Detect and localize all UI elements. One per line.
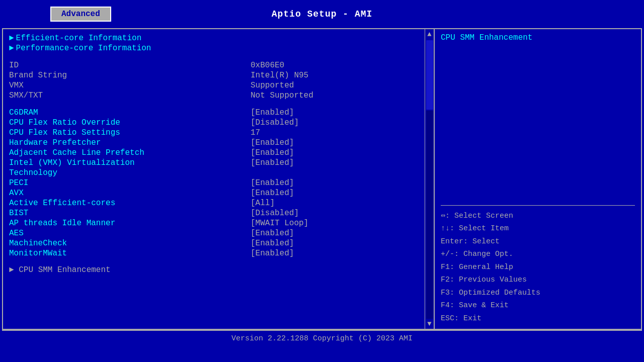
help-text: CPU SMM Enhancement bbox=[441, 33, 635, 197]
setting-label: MachineCheck bbox=[9, 239, 251, 248]
left-panel: ►Efficient-core Information►Performance-… bbox=[3, 29, 435, 329]
scroll-down-arrow[interactable]: ▼ bbox=[426, 319, 432, 329]
setting-label: AVX bbox=[9, 189, 251, 198]
info-value: Intel(R) N95 bbox=[251, 71, 308, 80]
setting-label: PECI bbox=[9, 178, 251, 188]
settings-rows: C6DRAM[Enabled]CPU Flex Ratio Override[D… bbox=[9, 108, 428, 258]
setting-value: 17 bbox=[251, 128, 260, 137]
info-label: ID bbox=[9, 61, 251, 70]
setting-value: [Enabled] bbox=[251, 178, 294, 188]
setting-label: AES bbox=[9, 229, 251, 238]
main-area: ►Efficient-core Information►Performance-… bbox=[2, 28, 642, 330]
setting-label: Adjacent Cache Line Prefetch bbox=[9, 148, 251, 157]
setting-label: Intel (VMX) Virtualization bbox=[9, 158, 251, 167]
key-line: F3: Optimized Defaults bbox=[441, 287, 635, 300]
key-line: ⇔: Select Screen bbox=[441, 210, 635, 223]
setting-row[interactable]: AES[Enabled] bbox=[9, 228, 428, 238]
setting-label: MonitorMWait bbox=[9, 249, 251, 258]
info-row: SMX/TXTNot Supported bbox=[9, 90, 428, 101]
key-line: ESC: Exit bbox=[441, 312, 635, 325]
menu-items: ►Efficient-core Information►Performance-… bbox=[9, 33, 428, 53]
setting-row[interactable]: Adjacent Cache Line Prefetch[Enabled] bbox=[9, 148, 428, 158]
info-rows: ID0xB06E0Brand StringIntel(R) N95VMXSupp… bbox=[9, 60, 428, 101]
setting-row[interactable]: MachineCheck[Enabled] bbox=[9, 238, 428, 248]
key-line: F4: Save & Exit bbox=[441, 299, 635, 312]
info-label: Brand String bbox=[9, 71, 251, 80]
setting-row[interactable]: Active Efficient-cores[All] bbox=[9, 198, 428, 208]
setting-value: [Enabled] bbox=[251, 148, 294, 157]
key-line: ↑↓: Select Item bbox=[441, 222, 635, 235]
setting-row[interactable]: Hardware Prefetcher[Enabled] bbox=[9, 138, 428, 148]
setting-value: [Enabled] bbox=[251, 249, 294, 258]
setting-value: [Disabled] bbox=[251, 118, 299, 127]
setting-row[interactable]: AVX[Enabled] bbox=[9, 188, 428, 198]
setting-value: [Enabled] bbox=[251, 138, 294, 147]
key-line: F2: Previous Values bbox=[441, 274, 635, 287]
setting-row[interactable]: PECI[Enabled] bbox=[9, 178, 428, 188]
setting-value: [MWAIT Loop] bbox=[251, 219, 308, 228]
setting-row[interactable]: CPU Flex Ratio Override[Disabled] bbox=[9, 118, 428, 128]
setting-value: [All] bbox=[251, 199, 275, 208]
setting-label: Hardware Prefetcher bbox=[9, 138, 251, 147]
setting-value: [Enabled] bbox=[251, 239, 294, 248]
scroll-up-arrow[interactable]: ▲ bbox=[426, 29, 432, 39]
left-content: ►Efficient-core Information►Performance-… bbox=[3, 29, 434, 329]
setting-row[interactable]: MonitorMWait[Enabled] bbox=[9, 248, 428, 258]
setting-row[interactable]: C6DRAM[Enabled] bbox=[9, 108, 428, 118]
info-row: ID0xB06E0 bbox=[9, 60, 428, 70]
setting-label: AP threads Idle Manner bbox=[9, 219, 251, 228]
arrow-icon: ► bbox=[9, 44, 14, 53]
menu-item[interactable]: ►Performance-core Information bbox=[9, 43, 428, 53]
bottom-item-label: CPU SMM Enhancement bbox=[19, 265, 110, 275]
info-row: VMXSupported bbox=[9, 80, 428, 90]
top-title: Aptio Setup - AMI bbox=[272, 9, 373, 19]
setting-row[interactable]: AP threads Idle Manner[MWAIT Loop] bbox=[9, 218, 428, 228]
setting-label: BIST bbox=[9, 209, 251, 218]
scrollbar[interactable]: ▲ ▼ bbox=[425, 29, 434, 329]
info-label: SMX/TXT bbox=[9, 91, 251, 100]
setting-value: [Enabled] bbox=[251, 189, 294, 198]
setting-label: C6DRAM bbox=[9, 108, 251, 117]
setting-label: Technology bbox=[9, 168, 251, 177]
setting-value: [Enabled] bbox=[251, 229, 294, 238]
setting-value: [Enabled] bbox=[251, 158, 294, 167]
bottom-menu-item[interactable]: ► CPU SMM Enhancement bbox=[9, 265, 428, 275]
setting-value: [Disabled] bbox=[251, 209, 299, 218]
setting-label: CPU Flex Ratio Settings bbox=[9, 128, 251, 137]
setting-row[interactable]: Intel (VMX) Virtualization[Enabled] bbox=[9, 158, 428, 168]
info-row: Brand StringIntel(R) N95 bbox=[9, 70, 428, 80]
bottom-bar: Version 2.22.1288 Copyright (C) 2023 AMI bbox=[2, 330, 642, 346]
info-value: Not Supported bbox=[251, 91, 313, 100]
scroll-thumb[interactable] bbox=[426, 40, 433, 110]
key-line: Enter: Select bbox=[441, 235, 635, 248]
key-line: +/-: Change Opt. bbox=[441, 248, 635, 261]
arrow-icon: ► bbox=[9, 265, 14, 275]
info-value: Supported bbox=[251, 81, 294, 90]
tab-advanced[interactable]: Advanced bbox=[50, 7, 111, 22]
top-bar: Advanced Aptio Setup - AMI bbox=[0, 0, 644, 28]
info-label: VMX bbox=[9, 81, 251, 90]
divider bbox=[441, 205, 635, 206]
setting-row[interactable]: BIST[Disabled] bbox=[9, 208, 428, 218]
right-panel: CPU SMM Enhancement ⇔: Select Screen↑↓: … bbox=[435, 29, 641, 329]
setting-value: [Enabled] bbox=[251, 108, 294, 117]
scroll-track bbox=[426, 111, 433, 319]
key-help: ⇔: Select Screen↑↓: Select ItemEnter: Se… bbox=[441, 210, 635, 325]
info-value: 0xB06E0 bbox=[251, 61, 284, 70]
setting-row[interactable]: CPU Flex Ratio Settings17 bbox=[9, 128, 428, 138]
bottom-version: Version 2.22.1288 Copyright (C) 2023 AMI bbox=[231, 334, 413, 343]
setting-label: CPU Flex Ratio Override bbox=[9, 118, 251, 127]
setting-label: Active Efficient-cores bbox=[9, 199, 251, 208]
menu-item[interactable]: ►Efficient-core Information bbox=[9, 33, 428, 43]
arrow-icon: ► bbox=[9, 34, 14, 43]
key-line: F1: General Help bbox=[441, 261, 635, 274]
setting-row[interactable]: Technology bbox=[9, 168, 428, 178]
